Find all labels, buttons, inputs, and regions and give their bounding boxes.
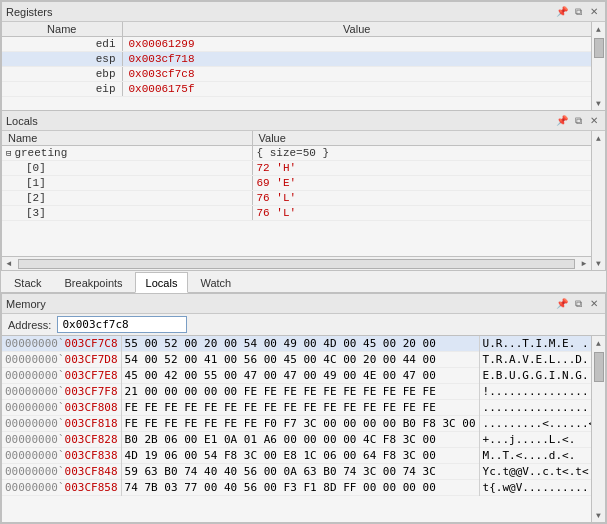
memory-ascii: +...j.....L.<. <box>479 432 591 448</box>
register-row: eip 0x0006175f <box>2 82 591 97</box>
locals-close-btn[interactable]: ✕ <box>587 114 601 128</box>
memory-addr: 00000000`003CF7F8 <box>2 384 121 400</box>
memory-title: Memory <box>6 298 46 310</box>
memory-addr: 00000000`003CF818 <box>2 416 121 432</box>
memory-panel: Memory 📌 ⧉ ✕ Address: 00000000`003CF7C8 … <box>1 293 606 523</box>
memory-hex: 45 00 42 00 55 00 47 00 47 00 49 00 4E 0… <box>121 368 479 384</box>
locals-scroll-down[interactable]: ▼ <box>592 256 606 270</box>
tab-watch[interactable]: Watch <box>189 272 242 293</box>
memory-addr: 00000000`003CF808 <box>2 400 121 416</box>
memory-row: 00000000`003CF828 B0 2B 06 00 E1 0A 01 A… <box>2 432 591 448</box>
memory-addr: 00000000`003CF838 <box>2 448 121 464</box>
register-row: ebp 0x003cf7c8 <box>2 67 591 82</box>
locals-hscroll-right[interactable]: ► <box>577 257 591 271</box>
locals-scrollbar[interactable]: ▲ ▼ <box>591 131 605 270</box>
memory-hex: 55 00 52 00 20 00 54 00 49 00 4D 00 45 0… <box>121 336 479 352</box>
memory-ascii: Yc.t@@V..c.t<.t< <box>479 464 591 480</box>
register-row: edi 0x00061299 <box>2 37 591 52</box>
memory-row: 00000000`003CF858 74 7B 03 77 00 40 56 0… <box>2 480 591 496</box>
local-name: [3] <box>2 206 252 221</box>
tab-stack[interactable]: Stack <box>3 272 53 293</box>
tab-breakpoints[interactable]: Breakpoints <box>54 272 134 293</box>
locals-title: Locals <box>6 115 38 127</box>
locals-row: [2] 76 'L' <box>2 191 591 206</box>
locals-float-btn[interactable]: ⧉ <box>571 114 585 128</box>
memory-scroll-up[interactable]: ▲ <box>592 336 606 350</box>
register-value: 0x003cf718 <box>122 52 591 67</box>
memory-ascii: !............... <box>479 384 591 400</box>
locals-row: ⊟greeting { size=50 } <box>2 146 591 161</box>
register-value: 0x00061299 <box>122 37 591 52</box>
register-value: 0x003cf7c8 <box>122 67 591 82</box>
locals-hscroll-left[interactable]: ◄ <box>2 257 16 271</box>
locals-pin-btn[interactable]: 📌 <box>555 114 569 128</box>
tabs-bar: StackBreakpointsLocalsWatch <box>1 271 606 293</box>
registers-scroll-down[interactable]: ▼ <box>592 96 606 110</box>
locals-controls: 📌 ⧉ ✕ <box>555 114 601 128</box>
registers-pin-btn[interactable]: 📌 <box>555 5 569 19</box>
memory-scrollbar[interactable]: ▲ ▼ <box>591 336 605 522</box>
memory-address-bar: Address: <box>2 314 605 336</box>
memory-row: 00000000`003CF818 FE FE FE FE FE FE FE F… <box>2 416 591 432</box>
memory-hex: FE FE FE FE FE FE FE FE FE FE FE FE FE F… <box>121 400 479 416</box>
registers-title: Registers <box>6 6 52 18</box>
memory-addr: 00000000`003CF7C8 <box>2 336 121 352</box>
expand-icon[interactable]: ⊟ <box>6 149 11 159</box>
memory-row: 00000000`003CF848 59 63 B0 74 40 40 56 0… <box>2 464 591 480</box>
memory-address-input[interactable] <box>57 316 187 333</box>
memory-row: 00000000`003CF808 FE FE FE FE FE FE FE F… <box>2 400 591 416</box>
memory-pin-btn[interactable]: 📌 <box>555 297 569 311</box>
memory-row: 00000000`003CF7E8 45 00 42 00 55 00 47 0… <box>2 368 591 384</box>
register-name: edi <box>2 37 122 52</box>
memory-scroll-down[interactable]: ▼ <box>592 508 606 522</box>
locals-scroll-up[interactable]: ▲ <box>592 131 606 145</box>
locals-row: [1] 69 'E' <box>2 176 591 191</box>
memory-addr: 00000000`003CF7D8 <box>2 352 121 368</box>
memory-hex: B0 2B 06 00 E1 0A 01 A6 00 00 00 00 4C F… <box>121 432 479 448</box>
memory-ascii: T.R.A.V.E.L...D. <box>479 352 591 368</box>
memory-addr: 00000000`003CF7E8 <box>2 368 121 384</box>
memory-row: 00000000`003CF7F8 21 00 00 00 00 00 FE F… <box>2 384 591 400</box>
local-value: 76 'L' <box>252 206 591 221</box>
memory-float-btn[interactable]: ⧉ <box>571 297 585 311</box>
registers-table: Name Value edi 0x00061299 esp 0x003cf718… <box>2 22 591 97</box>
registers-scroll-thumb[interactable] <box>594 38 604 58</box>
memory-close-btn[interactable]: ✕ <box>587 297 601 311</box>
memory-scroll-thumb[interactable] <box>594 352 604 382</box>
registers-float-btn[interactable]: ⧉ <box>571 5 585 19</box>
locals-row: [0] 72 'H' <box>2 161 591 176</box>
memory-hex: 59 63 B0 74 40 40 56 00 0A 63 B0 74 3C 0… <box>121 464 479 480</box>
memory-hex: 4D 19 06 00 54 F8 3C 00 E8 1C 06 00 64 F… <box>121 448 479 464</box>
memory-ascii: .........<......<. <box>479 416 591 432</box>
memory-addr: 00000000`003CF858 <box>2 480 121 496</box>
memory-table: 00000000`003CF7C8 55 00 52 00 20 00 54 0… <box>2 336 591 496</box>
registers-scrollbar[interactable]: ▲ ▼ <box>591 22 605 110</box>
local-name: ⊟greeting <box>2 146 252 161</box>
locals-row: [3] 76 'L' <box>2 206 591 221</box>
locals-panel: Locals 📌 ⧉ ✕ Name Value ⊟g <box>1 111 606 271</box>
tab-locals[interactable]: Locals <box>135 272 189 293</box>
locals-hscrollbar[interactable]: ◄ ► <box>2 256 591 270</box>
registers-col-value: Value <box>122 22 591 37</box>
registers-scroll-up[interactable]: ▲ <box>592 22 606 36</box>
memory-address-label: Address: <box>8 319 51 331</box>
memory-addr: 00000000`003CF828 <box>2 432 121 448</box>
register-name: eip <box>2 82 122 97</box>
register-value: 0x0006175f <box>122 82 591 97</box>
memory-hex: 54 00 52 00 41 00 56 00 45 00 4C 00 20 0… <box>121 352 479 368</box>
memory-hex: 74 7B 03 77 00 40 56 00 F3 F1 8D FF 00 0… <box>121 480 479 496</box>
memory-ascii: ................ <box>479 400 591 416</box>
memory-row: 00000000`003CF838 4D 19 06 00 54 F8 3C 0… <box>2 448 591 464</box>
memory-row: 00000000`003CF7D8 54 00 52 00 41 00 56 0… <box>2 352 591 368</box>
registers-close-btn[interactable]: ✕ <box>587 5 601 19</box>
memory-ascii: t{.w@V.......... <box>479 480 591 496</box>
register-name: esp <box>2 52 122 67</box>
registers-col-name: Name <box>2 22 122 37</box>
registers-scroll-region: Name Value edi 0x00061299 esp 0x003cf718… <box>2 22 605 110</box>
memory-header: Memory 📌 ⧉ ✕ <box>2 294 605 314</box>
memory-ascii: M..T.<....d.<. <box>479 448 591 464</box>
memory-hex: FE FE FE FE FE FE FE F0 F7 3C 00 00 00 0… <box>121 416 479 432</box>
memory-controls: 📌 ⧉ ✕ <box>555 297 601 311</box>
locals-col-value: Value <box>252 131 591 146</box>
registers-panel: Registers 📌 ⧉ ✕ Name Value edi <box>1 1 606 111</box>
